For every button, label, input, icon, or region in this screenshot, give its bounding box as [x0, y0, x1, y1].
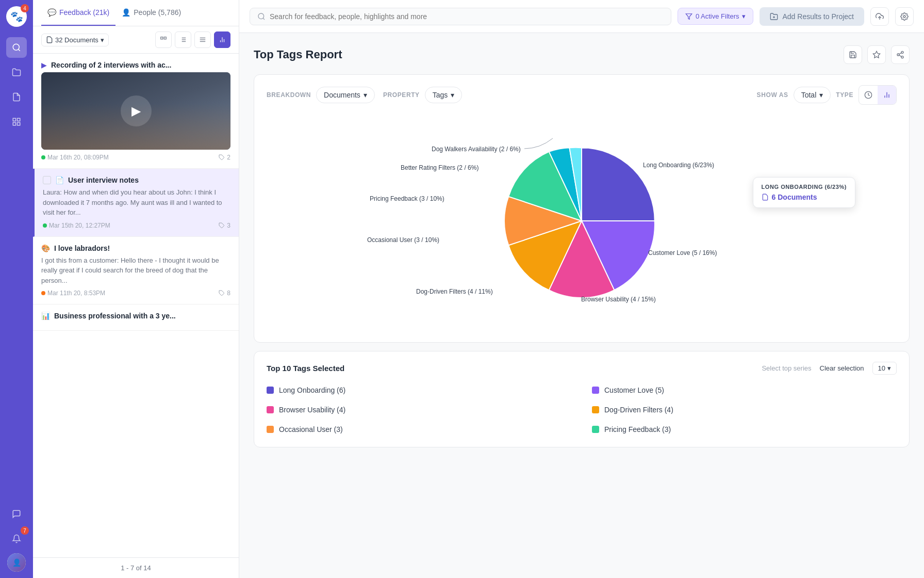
svg-rect-7: [164, 37, 166, 39]
view-list-btn[interactable]: [175, 31, 191, 48]
svg-rect-6: [161, 37, 163, 39]
type-bar-btn[interactable]: [878, 86, 896, 104]
select-top-series[interactable]: Select top series: [762, 364, 811, 372]
svg-point-0: [13, 44, 19, 50]
document-icon: 📄: [55, 176, 64, 184]
notification-count: 7: [21, 526, 29, 535]
tag-color-swatch: [267, 426, 274, 433]
show-as-control: SHOW AS Total ▾ TYPE: [757, 85, 897, 105]
tab-people[interactable]: 👤 People (5,786): [116, 0, 187, 26]
svg-rect-5: [13, 123, 15, 125]
ai-btn[interactable]: [867, 45, 886, 64]
settings-button[interactable]: [895, 7, 914, 26]
chart-label-occasional: Occasional User (3 / 10%): [367, 236, 439, 244]
filter-icon: [685, 13, 692, 20]
breakdown-select[interactable]: Documents ▾: [316, 87, 375, 103]
tag-item-dog-driven[interactable]: Dog-Driven Filters (4): [592, 403, 897, 417]
upload-button[interactable]: [870, 7, 889, 26]
tag-color-swatch: [267, 406, 274, 413]
sidebar-item-feedback[interactable]: [6, 504, 27, 524]
user-avatar[interactable]: 👤: [7, 553, 26, 572]
tag-item-occasional-user[interactable]: Occasional User (3): [267, 422, 571, 437]
top-n-selector[interactable]: 10 ▾: [872, 362, 897, 375]
svg-line-33: [899, 55, 902, 57]
tag-color-swatch: [592, 426, 599, 433]
add-results-button[interactable]: Add Results to Project: [760, 7, 864, 26]
search-input[interactable]: [270, 12, 664, 21]
svg-marker-25: [686, 13, 692, 19]
bottom-panel-actions: Select top series Clear selection 10 ▾: [762, 362, 897, 375]
tag-item-long-onboarding[interactable]: Long Onboarding (6): [267, 383, 571, 397]
pie-chart[interactable]: [494, 133, 669, 309]
feed-item[interactable]: 📄 User interview notes Laura: How and wh…: [33, 169, 239, 237]
type-clock-btn[interactable]: [859, 86, 878, 104]
chevron-down-icon: ▾: [364, 91, 367, 99]
sidebar-item-charts[interactable]: [6, 111, 27, 132]
document-icon: [762, 194, 769, 201]
tag-color-swatch: [592, 387, 599, 394]
status-dot: [41, 291, 45, 295]
sidebar-logo[interactable]: 🐾 4: [6, 6, 27, 27]
tab-feedback[interactable]: 💬 Feedback (21k): [41, 0, 116, 26]
bottom-panel: Top 10 Tags Selected Select top series C…: [254, 351, 910, 447]
sidebar-item-notifications[interactable]: 7: [6, 528, 27, 549]
tag-color-swatch: [267, 387, 274, 394]
tag-item-customer-love[interactable]: Customer Love (5): [592, 383, 897, 397]
feed-item-meta: Mar 11th 20, 8:53PM 8: [41, 290, 230, 297]
chart-area: Dog Walkers Availability (2 / 6%) Better…: [267, 115, 897, 332]
left-panel-toolbar: 32 Documents ▾: [33, 26, 239, 54]
search-bar[interactable]: [250, 8, 671, 25]
sidebar-item-documents[interactable]: [6, 87, 27, 107]
status-dot: [41, 155, 45, 159]
feed-item[interactable]: ▶ Recording of 2 interviews with ac... ▶…: [33, 54, 239, 169]
svg-rect-3: [18, 118, 20, 121]
status-dot: [43, 223, 47, 228]
type-buttons: [859, 85, 897, 105]
clear-selection-button[interactable]: Clear selection: [820, 364, 864, 372]
logo-badge: 4: [21, 4, 29, 12]
play-icon: ▶: [41, 61, 47, 69]
svg-rect-2: [13, 118, 15, 121]
feedback-icon: 💬: [47, 8, 56, 17]
report-card: BREAKDOWN Documents ▾ PROPERTY Tags ▾ SH…: [254, 74, 910, 343]
report-controls: BREAKDOWN Documents ▾ PROPERTY Tags ▾ SH…: [267, 85, 897, 105]
feed-item[interactable]: 🎨 I love labradors! I got this from a cu…: [33, 237, 239, 305]
chart-label-better-rating: Better Rating Filters (2 / 6%): [401, 164, 478, 171]
chart-label-dog-driven: Dog-Driven Filters (4 / 11%): [416, 288, 493, 295]
property-select[interactable]: Tags ▾: [425, 87, 463, 103]
property-control: PROPERTY Tags ▾: [383, 87, 462, 103]
svg-line-1: [18, 49, 20, 51]
svg-point-29: [903, 15, 905, 18]
add-icon: [770, 12, 778, 21]
tag-item-pricing-feedback[interactable]: Pricing Feedback (3): [592, 422, 897, 437]
item-checkbox[interactable]: [43, 176, 51, 184]
bottom-panel-header: Top 10 Tags Selected Select top series C…: [267, 362, 897, 375]
page-content: Top Tags Report BREAKDOWN Document: [239, 33, 924, 578]
chevron-down-icon: ▾: [887, 364, 891, 372]
chevron-down-icon: ▾: [819, 91, 823, 99]
view-chart-btn[interactable]: [214, 31, 230, 48]
doc-count-selector[interactable]: 32 Documents ▾: [41, 34, 109, 46]
main-content: 0 Active Filters ▾ Add Results to Projec…: [239, 0, 924, 578]
show-as-select[interactable]: Total ▾: [794, 87, 831, 103]
tag-item-browser-usability[interactable]: Browser Usability (4): [267, 403, 571, 417]
top-bar: 0 Active Filters ▾ Add Results to Projec…: [239, 0, 924, 33]
sidebar-item-folder[interactable]: [6, 62, 27, 83]
page-title: Top Tags Report: [254, 48, 342, 61]
svg-point-32: [901, 56, 903, 58]
svg-point-30: [901, 51, 903, 53]
feed-item[interactable]: 📊 Business professional with a 3 ye...: [33, 304, 239, 331]
people-icon: 👤: [122, 8, 130, 17]
feed-item-meta: Mar 16th 20, 08:09PM 2: [41, 154, 230, 161]
share-btn[interactable]: [891, 45, 910, 64]
active-filters-button[interactable]: 0 Active Filters ▾: [678, 8, 754, 25]
save-report-btn[interactable]: [844, 45, 862, 64]
sidebar-item-search[interactable]: [6, 37, 27, 58]
bottom-panel-title: Top 10 Tags Selected: [267, 364, 344, 373]
svg-line-34: [899, 53, 902, 54]
app-icon: 🎨: [41, 244, 50, 252]
svg-rect-4: [18, 123, 20, 125]
view-menu-btn[interactable]: [194, 31, 211, 48]
chart-tooltip: LONG ONBOARDING (6/23%) 6 Documents: [753, 177, 855, 208]
view-card-btn[interactable]: [155, 31, 172, 48]
